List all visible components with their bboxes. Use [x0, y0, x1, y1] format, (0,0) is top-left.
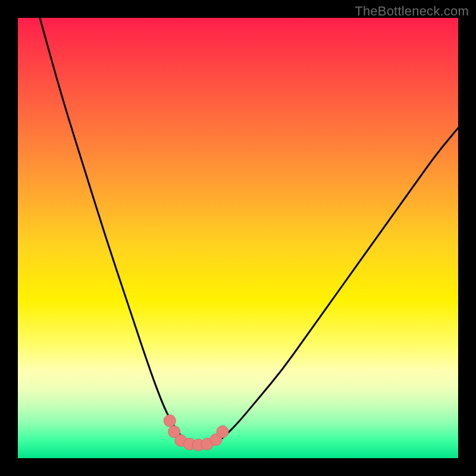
floor-marker	[217, 426, 228, 438]
floor-markers	[164, 415, 228, 451]
bottleneck-curve	[40, 18, 458, 445]
watermark-text: TheBottleneck.com	[355, 4, 469, 19]
floor-marker	[164, 415, 176, 427]
chart-frame: TheBottleneck.com	[0, 0, 476, 476]
curve-svg	[18, 18, 458, 458]
plot-area	[18, 18, 458, 458]
